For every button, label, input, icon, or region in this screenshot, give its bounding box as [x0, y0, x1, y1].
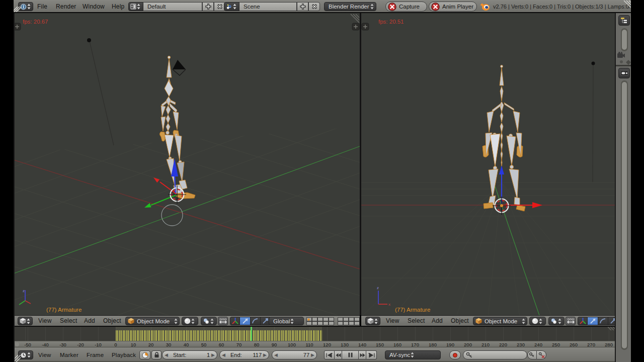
svg-text:(77) Armature: (77) Armature [395, 307, 430, 313]
svg-text:z: z [377, 286, 379, 290]
svg-text:(77) Armature: (77) Armature [46, 307, 82, 313]
svg-text:fps: 20.51: fps: 20.51 [378, 19, 404, 25]
svg-text:z: z [23, 289, 25, 293]
svg-text:fps: 20.67: fps: 20.67 [23, 19, 48, 25]
svg-text:x: x [388, 302, 390, 307]
